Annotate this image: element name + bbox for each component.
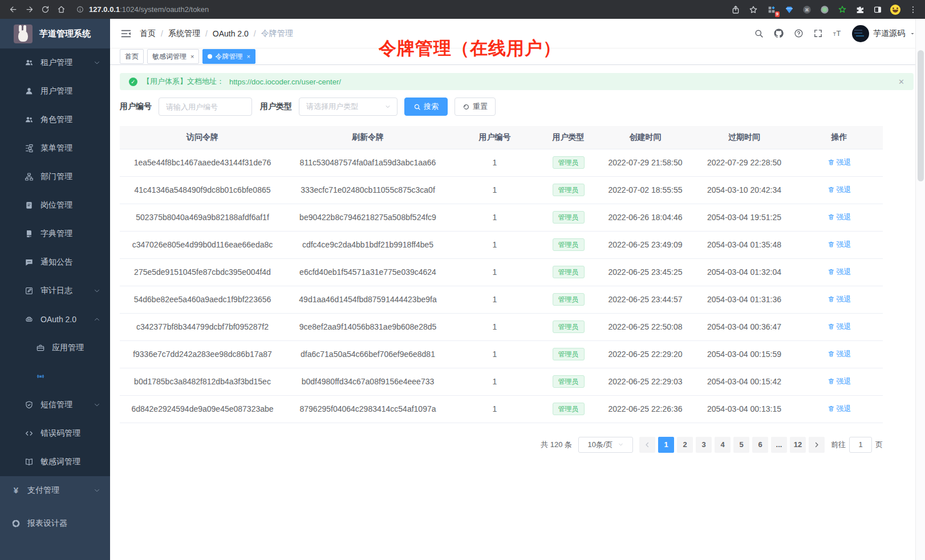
font-size-icon[interactable]: TT <box>833 29 842 38</box>
scrollbar-thumb[interactable] <box>918 50 924 181</box>
table-row: c347026e805e4d99b0d116eae66eda8ccdfc4ce9… <box>120 231 883 258</box>
force-logout-button[interactable]: 强退 <box>827 349 851 359</box>
users-icon <box>25 115 34 124</box>
close-icon[interactable]: ✕ <box>898 78 904 86</box>
user-menu[interactable]: 芋道源码 <box>852 25 916 42</box>
command-extension-icon[interactable]: ⌘ <box>801 3 813 16</box>
sidebar-item-oauth2[interactable]: OAuth 2.0 <box>0 305 110 334</box>
trash-icon <box>827 186 835 193</box>
scrollbar[interactable] <box>915 19 925 560</box>
pager: 123456...12 <box>639 437 825 453</box>
access-token-cell: b0d1785bc3a8482f812db4a3f3bd15ec <box>120 368 285 395</box>
breadcrumb-item[interactable]: 系统管理 <box>168 29 200 39</box>
action-cell: 强退 <box>796 368 883 395</box>
sidebar-item-pay[interactable]: ¥支付管理 <box>0 476 110 505</box>
force-logout-button[interactable]: 强退 <box>827 404 851 414</box>
profile-avatar-icon[interactable] <box>889 3 902 16</box>
address-bar[interactable]: 127.0.0.1:1024/system/oauth2/token <box>76 2 760 18</box>
close-icon[interactable]: × <box>190 53 194 60</box>
sidebar-item-oauth2-app[interactable]: 应用管理 <box>0 334 110 362</box>
sidebar-item-user[interactable]: 用户管理 <box>0 77 110 105</box>
record-extension-icon[interactable] <box>818 3 831 16</box>
sidebar-item-dept[interactable]: 部门管理 <box>0 163 110 191</box>
user-id-cell: 1 <box>451 286 539 313</box>
created-time-cell: 2022-06-25 23:45:25 <box>598 258 693 286</box>
search-icon[interactable] <box>754 29 764 38</box>
sidebar-item-notice[interactable]: 通知公告 <box>0 248 110 277</box>
page-button-1[interactable]: 1 <box>658 437 674 453</box>
force-logout-button[interactable]: 强退 <box>827 376 851 387</box>
prev-page-button[interactable] <box>639 437 655 453</box>
sidebar-item-audit-log[interactable]: 审计日志 <box>0 277 110 305</box>
browser-back-button[interactable] <box>6 2 21 17</box>
chevron-down-icon <box>94 401 100 408</box>
user-type-select[interactable]: 请选择用户类型 <box>299 98 397 116</box>
extension-grid-icon[interactable]: 9 <box>765 3 778 16</box>
github-icon[interactable] <box>773 28 784 39</box>
sidebar-item-sms[interactable]: 短信管理 <box>0 391 110 419</box>
fullscreen-icon[interactable] <box>813 29 823 38</box>
sidebar-item-dict[interactable]: 字典管理 <box>0 220 110 248</box>
browser-forward-button[interactable] <box>22 2 36 17</box>
share-icon[interactable] <box>729 3 742 16</box>
puzzle-extension-icon[interactable] <box>854 3 866 16</box>
browser-reload-button[interactable] <box>38 2 52 17</box>
action-cell: 强退 <box>796 176 883 204</box>
force-logout-button[interactable]: 强退 <box>827 322 851 332</box>
page-button-2[interactable]: 2 <box>677 437 693 453</box>
app-logo[interactable]: 芋道管理系统 <box>0 19 110 48</box>
sidebar-item-report-designer[interactable]: 报表设计器 <box>0 509 110 538</box>
page-size-select[interactable]: 10条/页 <box>578 437 633 453</box>
code-icon <box>25 429 34 438</box>
page-button-6[interactable]: 6 <box>752 437 768 453</box>
doc-link[interactable]: https://doc.iocoder.cn/user-center/ <box>229 78 341 86</box>
sidebar-item-tenant[interactable]: 租户管理 <box>0 48 110 77</box>
reset-button[interactable]: 重置 <box>455 98 496 116</box>
gem-extension-icon[interactable] <box>783 3 796 16</box>
close-icon[interactable]: × <box>246 53 250 60</box>
green-star-extension-icon[interactable] <box>836 3 849 16</box>
sidebar-item-error-code[interactable]: 错误码管理 <box>0 419 110 448</box>
tab-label: 令牌管理 <box>215 52 242 62</box>
force-logout-button[interactable]: 强退 <box>827 157 851 168</box>
sidebar-item-label: 错误码管理 <box>40 428 80 439</box>
bookmark-star-icon[interactable] <box>747 3 760 16</box>
user-type-cell: 管理员 <box>539 231 598 258</box>
book-icon <box>25 457 34 466</box>
browser-home-button[interactable] <box>54 2 68 17</box>
force-logout-button[interactable]: 强退 <box>827 267 851 277</box>
sidebar-item-role[interactable]: 角色管理 <box>0 105 110 134</box>
breadcrumb-item[interactable]: 首页 <box>140 29 156 39</box>
tab-敏感词管理[interactable]: 敏感词管理× <box>147 49 199 64</box>
search-button[interactable]: 搜索 <box>404 98 448 116</box>
site-info-icon[interactable] <box>76 6 84 13</box>
browser-menu-icon[interactable] <box>907 3 919 16</box>
sidebar-item-menu[interactable]: 菜单管理 <box>0 134 110 163</box>
force-logout-button[interactable]: 强退 <box>827 212 851 222</box>
more-pages-button[interactable]: ... <box>771 437 787 453</box>
force-logout-button[interactable]: 强退 <box>827 185 851 195</box>
force-logout-button[interactable]: 强退 <box>827 294 851 305</box>
user-id-input[interactable] <box>159 98 252 116</box>
page-button-4[interactable]: 4 <box>715 437 731 453</box>
next-page-button[interactable] <box>809 437 825 453</box>
split-window-icon[interactable] <box>871 3 884 16</box>
user-type-cell: 管理员 <box>539 258 598 286</box>
tab-首页[interactable]: 首页 <box>120 49 144 64</box>
force-logout-button[interactable]: 强退 <box>827 240 851 250</box>
goto-page-input[interactable] <box>849 437 872 453</box>
user-type-tag: 管理员 <box>553 238 585 251</box>
sidebar-item-sensitive-word[interactable]: 敏感词管理 <box>0 448 110 476</box>
breadcrumb-item[interactable]: OAuth 2.0 <box>213 29 249 38</box>
sidebar-item-post[interactable]: 岗位管理 <box>0 191 110 220</box>
expire-time-cell: 2054-03-04 00:36:47 <box>693 313 796 340</box>
collapse-sidebar-icon[interactable] <box>120 28 132 39</box>
page-button-3[interactable]: 3 <box>696 437 712 453</box>
page-button-5[interactable]: 5 <box>733 437 749 453</box>
page-button-12[interactable]: 12 <box>790 437 806 453</box>
tab-令牌管理[interactable]: 令牌管理× <box>202 49 255 64</box>
user-id-cell: 1 <box>451 231 539 258</box>
access-token-cell: 1ea5e44f8bc1467aaede43144f31de76 <box>120 149 285 176</box>
sidebar-item-oauth2-token[interactable]: 令牌管理 <box>0 362 110 391</box>
help-icon[interactable] <box>794 29 804 38</box>
